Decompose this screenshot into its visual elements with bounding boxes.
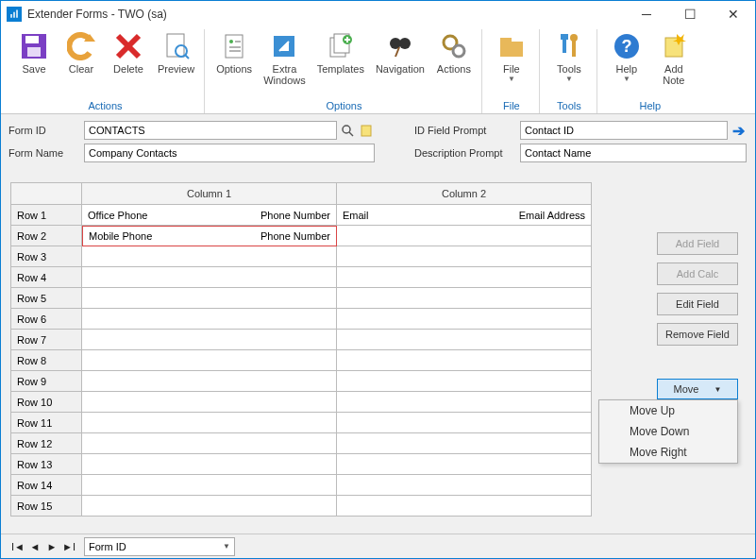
fields-grid: Column 1 Column 2 Row 1Office PhonePhone…	[10, 182, 746, 517]
form-id-label: Form ID	[8, 125, 82, 136]
grid-cell[interactable]: Office PhonePhone Number	[82, 205, 337, 226]
tools-dropdown[interactable]: Tools ▼	[547, 29, 591, 98]
grid-cell[interactable]	[337, 226, 592, 246]
preview-button[interactable]: Preview	[154, 29, 198, 98]
nav-prev[interactable]: ◄	[27, 539, 42, 554]
desc-prompt-label: Description Prompt	[414, 147, 518, 159]
templates-button[interactable]: Templates	[313, 29, 368, 98]
move-right-item[interactable]: Move Right	[599, 442, 737, 463]
nav-last[interactable]: ►I	[61, 539, 76, 554]
grid-row-label: Row 3	[10, 246, 82, 267]
delete-x-icon	[113, 31, 143, 61]
move-up-item[interactable]: Move Up	[599, 400, 737, 421]
ribbon-group-label: Actions	[12, 98, 198, 113]
move-dropdown-button[interactable]: Move ▼	[657, 379, 738, 399]
actions-button[interactable]: Actions	[432, 29, 476, 98]
id-prompt-field[interactable]: Contact ID	[520, 121, 728, 140]
form-id-field[interactable]: CONTACTS	[84, 121, 337, 140]
grid-cell[interactable]: EmailEmail Address	[337, 205, 592, 226]
grid-cell[interactable]	[337, 433, 592, 454]
grid-row-label: Row 9	[10, 371, 82, 392]
form-name-field[interactable]: Company Contacts	[84, 144, 375, 162]
grid-cell[interactable]	[337, 350, 592, 371]
statusbar: I◄ ◄ ► ►I Form ID ▼	[1, 534, 755, 558]
add-field-button[interactable]: Add Field	[657, 232, 738, 255]
nav-next[interactable]: ►	[44, 539, 59, 554]
options-button[interactable]: Options	[212, 29, 256, 98]
grid-cell[interactable]	[337, 392, 592, 413]
svg-rect-33	[500, 38, 512, 43]
grid-cell[interactable]	[82, 433, 337, 454]
ribbon: Save Clear Delete Preview Actions	[1, 27, 755, 114]
file-icon	[496, 31, 527, 61]
help-icon: ?	[612, 31, 642, 61]
undo-icon	[66, 31, 96, 61]
svg-rect-13	[226, 35, 243, 58]
grid-cell[interactable]	[82, 267, 337, 288]
grid-cell[interactable]	[337, 330, 592, 350]
grid-header-col1: Column 1	[82, 182, 337, 205]
grid-cell[interactable]	[337, 288, 592, 309]
grid-cell[interactable]	[82, 413, 337, 433]
grid-cell[interactable]	[82, 246, 337, 267]
navigation-icon	[385, 31, 415, 61]
grid-cell[interactable]	[82, 371, 337, 392]
grid-cell[interactable]	[82, 330, 337, 350]
grid-cell[interactable]: Mobile PhonePhone Number	[82, 226, 337, 246]
svg-line-43	[349, 132, 353, 136]
nav-first[interactable]: I◄	[10, 539, 25, 554]
grid-cell[interactable]	[82, 288, 337, 309]
grid-row-label: Row 1	[10, 205, 82, 226]
grid-row-label: Row 11	[10, 413, 82, 433]
grid-cell[interactable]	[337, 454, 592, 475]
ribbon-group-label: File	[490, 98, 533, 113]
actions-gear-icon	[439, 31, 469, 61]
grid-cell[interactable]	[82, 475, 337, 496]
id-prompt-label: ID Field Prompt	[414, 125, 518, 136]
save-button[interactable]: Save	[12, 29, 56, 98]
lookup-icon[interactable]	[339, 122, 356, 139]
maximize-button[interactable]: ☐	[668, 1, 712, 27]
close-button[interactable]: ✕	[712, 1, 755, 27]
clear-button[interactable]: Clear	[59, 29, 103, 98]
grid-cell[interactable]	[337, 413, 592, 433]
chevron-down-icon: ▼	[223, 542, 230, 551]
svg-rect-35	[561, 34, 568, 40]
grid-cell[interactable]	[337, 246, 592, 267]
grid-row-label: Row 15	[10, 496, 82, 517]
grid-cell[interactable]	[337, 309, 592, 330]
grid-cell[interactable]	[82, 350, 337, 371]
extra-windows-button[interactable]: Extra Windows	[260, 29, 310, 98]
svg-rect-44	[361, 126, 371, 136]
grid-cell[interactable]	[82, 496, 337, 517]
grid-cell[interactable]	[82, 309, 337, 330]
grid-cell[interactable]	[337, 475, 592, 496]
file-dropdown[interactable]: File ▼	[490, 29, 533, 98]
edit-field-button[interactable]: Edit Field	[657, 293, 738, 315]
move-down-item[interactable]: Move Down	[599, 421, 737, 442]
grid-cell[interactable]	[337, 496, 592, 517]
note-icon[interactable]	[358, 122, 375, 139]
svg-rect-2	[13, 12, 15, 18]
minimize-button[interactable]: ─	[625, 1, 668, 27]
svg-rect-3	[16, 10, 18, 18]
add-note-button[interactable]: Add Note	[652, 29, 696, 98]
desc-prompt-field[interactable]: Contact Name	[520, 144, 747, 162]
grid-cell[interactable]	[337, 371, 592, 392]
sort-combo[interactable]: Form ID ▼	[84, 537, 235, 556]
delete-button[interactable]: Delete	[107, 29, 150, 98]
record-nav: I◄ ◄ ► ►I	[10, 539, 76, 554]
preview-icon	[161, 31, 192, 61]
remove-field-button[interactable]: Remove Field	[657, 323, 738, 346]
ribbon-group-label: Tools	[547, 98, 591, 113]
grid-cell[interactable]	[82, 454, 337, 475]
options-icon	[219, 31, 249, 61]
link-arrow-icon[interactable]: ➔	[730, 122, 747, 139]
grid-cell[interactable]	[82, 392, 337, 413]
svg-rect-5	[25, 36, 39, 43]
help-dropdown[interactable]: ? Help ▼	[605, 29, 648, 98]
form-name-label: Form Name	[8, 147, 82, 159]
grid-cell[interactable]	[337, 267, 592, 288]
navigation-button[interactable]: Navigation	[372, 29, 428, 98]
add-calc-button[interactable]: Add Calc	[657, 263, 738, 285]
